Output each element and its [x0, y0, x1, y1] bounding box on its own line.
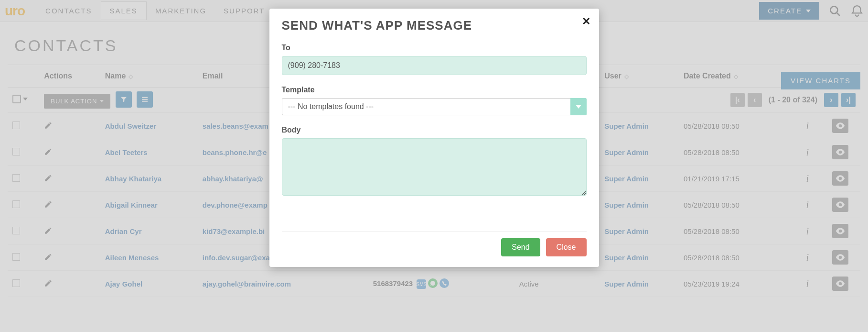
body-textarea[interactable]	[282, 138, 587, 196]
to-input[interactable]	[282, 56, 587, 75]
whatsapp-modal: SEND WHAT'S APP MESSAGE ✕ To Template --…	[269, 9, 599, 267]
to-label: To	[282, 44, 587, 52]
template-label: Template	[282, 86, 587, 94]
modal-overlay: SEND WHAT'S APP MESSAGE ✕ To Template --…	[0, 0, 868, 332]
modal-title: SEND WHAT'S APP MESSAGE	[282, 18, 587, 33]
template-select[interactable]: --- No templates found ---	[282, 98, 587, 115]
close-icon[interactable]: ✕	[582, 15, 590, 28]
close-button[interactable]: Close	[546, 238, 587, 256]
select-dropdown-icon[interactable]	[570, 98, 587, 115]
body-label: Body	[282, 126, 587, 134]
send-button[interactable]: Send	[501, 238, 540, 256]
